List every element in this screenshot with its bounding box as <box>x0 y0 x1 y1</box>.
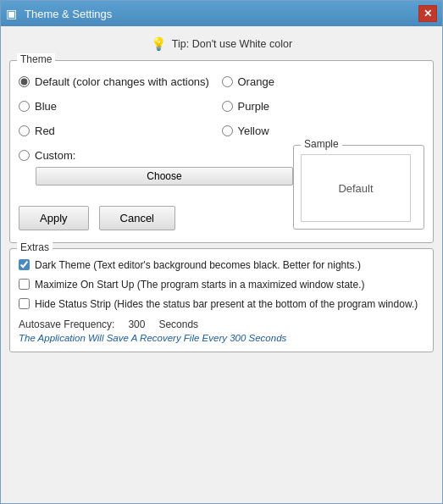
checkbox-maximize[interactable] <box>19 279 30 290</box>
tip-icon: 💡 <box>151 36 167 52</box>
sample-label: Sample <box>301 138 342 150</box>
main-window: ▣ Theme & Settings ✕ 💡 Tip: Don't use Wh… <box>0 0 443 504</box>
apply-button[interactable]: Apply <box>19 206 89 230</box>
buttons-row: Apply Cancel <box>19 201 293 234</box>
autosave-value: 300 <box>119 318 153 330</box>
tip-text: Tip: Don't use White color <box>172 38 292 50</box>
cancel-button[interactable]: Cancel <box>99 206 175 230</box>
radio-default[interactable] <box>19 76 30 87</box>
sample-preview: Default <box>301 154 411 222</box>
extras-group-box: Extras Dark Theme (Text editor's backgro… <box>9 248 434 352</box>
title-bar-title: Theme & Settings <box>25 8 112 20</box>
custom-label-row: Custom: <box>19 149 293 162</box>
checkbox-row-status: Hide Status Strip (Hides the status bar … <box>19 295 424 314</box>
radio-purple[interactable] <box>222 101 233 112</box>
autosave-row: Autosave Frequency: 300 Seconds <box>19 318 424 330</box>
custom-and-buttons: Custom: Choose Apply Cancel <box>19 145 293 234</box>
checkbox-maximize-label: Maximize On Start Up (The program starts… <box>35 278 364 292</box>
radio-red-label: Red <box>35 125 55 137</box>
checkbox-status-label: Hide Status Strip (Hides the status bar … <box>35 297 418 312</box>
sample-box: Sample Default <box>293 145 424 230</box>
radio-row-purple: Purple <box>222 96 425 117</box>
sample-preview-text: Default <box>338 182 373 195</box>
choose-button[interactable]: Choose <box>36 167 293 186</box>
theme-options-grid: Default (color changes with actions) Ora… <box>19 71 424 141</box>
radio-red[interactable] <box>19 125 30 136</box>
autosave-desc: The Application Will Save A Recovery Fil… <box>19 333 424 343</box>
radio-custom-label: Custom: <box>35 149 75 162</box>
title-bar-left: ▣ Theme & Settings <box>6 7 112 20</box>
radio-default-label: Default (color changes with actions) <box>35 75 209 88</box>
content-area: 💡 Tip: Don't use White color Theme Defau… <box>1 26 442 503</box>
radio-yellow-label: Yellow <box>238 125 269 137</box>
checkbox-dark[interactable] <box>19 259 30 270</box>
radio-blue[interactable] <box>19 101 30 112</box>
radio-row-red: Red <box>19 120 222 141</box>
radio-row-orange: Orange <box>222 71 425 92</box>
extras-group-label: Extras <box>17 241 53 253</box>
title-bar: ▣ Theme & Settings ✕ <box>1 1 442 26</box>
checkbox-status[interactable] <box>19 298 30 309</box>
theme-lower-row: Custom: Choose Apply Cancel Sample Defau… <box>19 145 424 234</box>
radio-purple-label: Purple <box>238 100 270 113</box>
radio-blue-label: Blue <box>35 100 57 113</box>
checkbox-row-maximize: Maximize On Start Up (The program starts… <box>19 275 424 295</box>
radio-row-default: Default (color changes with actions) <box>19 71 222 92</box>
autosave-label: Autosave Frequency: <box>19 318 114 330</box>
checkbox-dark-label: Dark Theme (Text editor's background bec… <box>35 258 361 273</box>
radio-row-blue: Blue <box>19 96 222 117</box>
checkbox-row-dark: Dark Theme (Text editor's background bec… <box>19 256 424 275</box>
theme-group-label: Theme <box>17 53 55 65</box>
radio-yellow[interactable] <box>222 125 233 136</box>
window-icon: ▣ <box>6 7 19 20</box>
custom-row: Custom: Choose <box>19 145 293 186</box>
radio-custom[interactable] <box>19 150 30 161</box>
tip-bar: 💡 Tip: Don't use White color <box>9 33 434 55</box>
autosave-unit: Seconds <box>158 318 198 330</box>
radio-orange-label: Orange <box>238 75 274 88</box>
radio-orange[interactable] <box>222 76 233 87</box>
close-button[interactable]: ✕ <box>418 5 437 22</box>
theme-group-box: Theme Default (color changes with action… <box>9 60 434 243</box>
